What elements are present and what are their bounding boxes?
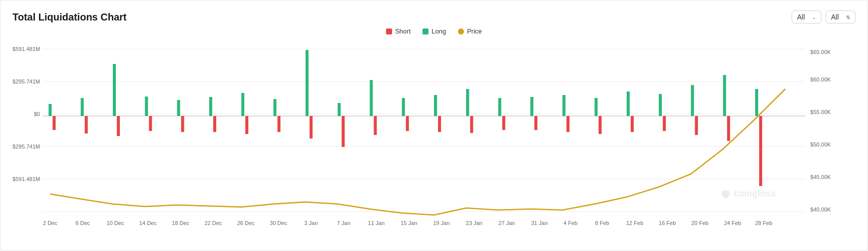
svg-rect-44 — [466, 89, 469, 116]
svg-text:7 Jan: 7 Jan — [337, 220, 351, 226]
svg-rect-24 — [145, 96, 148, 116]
svg-rect-34 — [306, 50, 309, 116]
svg-rect-54 — [627, 92, 630, 116]
svg-text:11 Jan: 11 Jan — [368, 220, 385, 226]
svg-text:24 Feb: 24 Feb — [724, 220, 741, 226]
svg-rect-46 — [498, 98, 501, 116]
svg-rect-49 — [534, 116, 537, 130]
svg-rect-31 — [245, 116, 248, 134]
chevron-updown-icon: ⇅ — [846, 14, 850, 20]
svg-rect-36 — [338, 103, 341, 116]
svg-text:22 Dec: 22 Dec — [204, 220, 222, 226]
header-controls: All ⌄ All ⇅ — [792, 10, 856, 24]
svg-rect-50 — [562, 95, 565, 116]
chart-header: Total Liquidations Chart All ⌄ All ⇅ — [12, 10, 856, 24]
svg-text:31 Jan: 31 Jan — [531, 220, 547, 226]
svg-rect-56 — [659, 94, 662, 116]
svg-rect-55 — [631, 116, 634, 132]
svg-text:14 Dec: 14 Dec — [139, 220, 157, 226]
svg-rect-25 — [149, 116, 152, 131]
chart-area: $591.481M $295.741M $0 $295.741M $591.48… — [12, 39, 856, 229]
svg-rect-22 — [113, 64, 116, 116]
svg-rect-42 — [434, 95, 437, 116]
svg-rect-63 — [759, 116, 762, 186]
svg-rect-26 — [177, 100, 180, 116]
svg-text:$65.00K: $65.00K — [811, 49, 832, 55]
svg-text:20 Feb: 20 Feb — [691, 220, 708, 226]
svg-rect-47 — [502, 116, 505, 130]
svg-text:$55.00K: $55.00K — [811, 109, 832, 115]
legend-short: Short — [386, 28, 411, 35]
svg-text:12 Feb: 12 Feb — [626, 220, 643, 226]
svg-rect-48 — [530, 97, 533, 116]
svg-rect-52 — [595, 98, 598, 116]
svg-rect-39 — [374, 116, 377, 135]
svg-rect-35 — [310, 116, 313, 138]
svg-text:4 Feb: 4 Feb — [563, 220, 577, 226]
long-color-swatch — [423, 28, 429, 34]
svg-text:$60.00K: $60.00K — [811, 76, 832, 82]
svg-text:27 Jan: 27 Jan — [498, 220, 515, 226]
svg-text:15 Jan: 15 Jan — [401, 220, 417, 226]
svg-rect-18 — [48, 104, 51, 116]
svg-text:$295.741M: $295.741M — [12, 144, 40, 150]
svg-rect-21 — [85, 116, 88, 134]
svg-rect-19 — [52, 116, 55, 130]
svg-rect-30 — [241, 93, 244, 116]
svg-text:8 Feb: 8 Feb — [595, 220, 609, 226]
svg-rect-45 — [470, 116, 473, 133]
chart-title: Total Liquidations Chart — [12, 12, 127, 23]
svg-text:28 Feb: 28 Feb — [755, 220, 772, 226]
svg-rect-23 — [117, 116, 120, 136]
svg-rect-27 — [181, 116, 184, 132]
short-color-swatch — [386, 28, 392, 34]
svg-text:30 Dec: 30 Dec — [270, 220, 287, 226]
chevron-down-icon: ⌄ — [812, 14, 816, 20]
svg-rect-20 — [81, 98, 84, 116]
svg-text:16 Feb: 16 Feb — [659, 220, 676, 226]
svg-rect-60 — [723, 75, 726, 116]
svg-text:$591.481M: $591.481M — [12, 46, 40, 52]
svg-rect-51 — [566, 116, 569, 132]
svg-text:23 Jan: 23 Jan — [466, 220, 482, 226]
svg-text:2 Dec: 2 Dec — [43, 220, 57, 226]
svg-rect-37 — [342, 116, 345, 147]
watermark: coingloss — [721, 188, 776, 199]
svg-text:6 Dec: 6 Dec — [75, 220, 90, 226]
svg-text:26 Dec: 26 Dec — [237, 220, 255, 226]
svg-rect-43 — [438, 116, 441, 132]
svg-rect-40 — [402, 98, 405, 116]
svg-text:19 Jan: 19 Jan — [433, 220, 449, 226]
legend: Short Long Price — [12, 28, 856, 35]
svg-rect-38 — [370, 80, 373, 116]
price-color-swatch — [458, 28, 464, 34]
svg-text:$45.00K: $45.00K — [811, 174, 832, 180]
svg-rect-28 — [209, 97, 212, 116]
svg-rect-41 — [406, 116, 409, 131]
svg-rect-29 — [213, 116, 216, 132]
svg-text:$50.00K: $50.00K — [811, 142, 832, 148]
svg-text:18 Dec: 18 Dec — [172, 220, 189, 226]
svg-rect-61 — [727, 116, 730, 141]
svg-text:$40.00K: $40.00K — [811, 206, 832, 212]
svg-text:$295.741M: $295.741M — [12, 78, 40, 84]
svg-text:10 Dec: 10 Dec — [106, 220, 124, 226]
svg-rect-58 — [691, 85, 694, 116]
legend-price: Price — [458, 28, 482, 35]
svg-rect-53 — [599, 116, 602, 134]
dropdown-2[interactable]: All ⇅ — [826, 10, 856, 24]
legend-long: Long — [423, 28, 446, 35]
svg-rect-33 — [278, 116, 281, 132]
chart-container: Total Liquidations Chart All ⌄ All ⇅ Sho… — [0, 0, 868, 251]
svg-rect-62 — [755, 89, 758, 116]
svg-text:3 Jan: 3 Jan — [304, 220, 318, 226]
dropdown-1[interactable]: All ⌄ — [792, 10, 822, 24]
chart-svg: $591.481M $295.741M $0 $295.741M $591.48… — [12, 39, 856, 229]
svg-rect-57 — [663, 116, 666, 131]
svg-text:$591.481M: $591.481M — [12, 176, 40, 182]
svg-text:$0: $0 — [34, 111, 40, 117]
svg-rect-59 — [695, 116, 698, 135]
svg-rect-32 — [273, 99, 276, 116]
